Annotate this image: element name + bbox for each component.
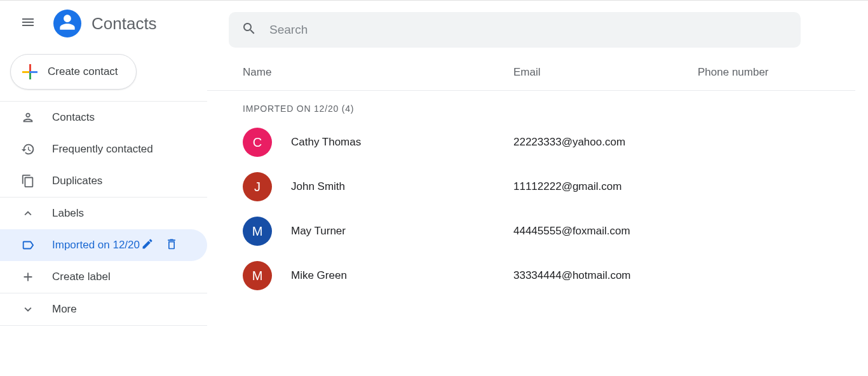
avatar: M	[243, 261, 272, 290]
nav-duplicates-label: Duplicates	[52, 175, 207, 187]
contact-email: 33334444@hotmail.com	[513, 269, 698, 282]
nav-labels-header[interactable]: Labels	[0, 198, 207, 229]
avatar: C	[243, 128, 272, 157]
plus-icon	[22, 64, 37, 79]
app-title: Contacts	[92, 14, 157, 34]
sidebar-header: Contacts	[0, 1, 207, 46]
nav-labels-header-label: Labels	[52, 207, 207, 220]
contact-name: May Turner	[291, 225, 513, 238]
contact-name: Mike Green	[291, 269, 513, 282]
nav-contacts[interactable]: Contacts	[0, 102, 207, 133]
nav-more-label: More	[52, 303, 207, 316]
nav-frequently[interactable]: Frequently contacted	[0, 133, 207, 165]
contact-row[interactable]: M Mike Green 33334444@hotmail.com	[207, 253, 855, 298]
nav-more[interactable]: More	[0, 293, 207, 325]
nav-frequently-label: Frequently contacted	[52, 143, 207, 156]
col-header-name: Name	[243, 66, 513, 79]
edit-label-button[interactable]	[141, 238, 154, 253]
create-contact-button[interactable]: Create contact	[10, 54, 137, 90]
label-icon	[20, 238, 36, 253]
avatar: J	[243, 172, 272, 201]
nav-label-imported[interactable]: Imported on 12/20	[0, 229, 207, 261]
contact-email: 11112222@gmail.com	[513, 180, 698, 193]
nav-create-label-label: Create label	[52, 271, 207, 283]
main-menu-button[interactable]	[13, 8, 43, 39]
create-button-container: Create contact	[0, 46, 207, 101]
duplicates-icon	[20, 173, 36, 189]
nav-duplicates[interactable]: Duplicates	[0, 165, 207, 197]
app-logo	[53, 10, 81, 37]
person-icon	[58, 13, 76, 34]
pencil-icon	[141, 238, 154, 250]
nav-create-label[interactable]: Create label	[0, 261, 207, 293]
nav-contacts-label: Contacts	[52, 111, 207, 124]
col-header-phone: Phone number	[698, 66, 769, 79]
contact-email: 44445555@foxmail.com	[513, 225, 698, 238]
contact-row[interactable]: J John Smith 11112222@gmail.com	[207, 164, 855, 209]
search-icon	[241, 21, 257, 39]
section-header: IMPORTED ON 12/20 (4)	[207, 91, 855, 120]
delete-label-button[interactable]	[165, 238, 178, 253]
col-header-email: Email	[513, 66, 698, 79]
search-input[interactable]	[269, 23, 801, 37]
plus-outline-icon	[20, 269, 36, 285]
nav-label-imported-label: Imported on 12/20	[52, 239, 141, 252]
person-outline-icon	[20, 110, 36, 125]
contact-email: 22223333@yahoo.com	[513, 136, 698, 149]
avatar: M	[243, 217, 272, 246]
history-icon	[20, 142, 36, 157]
main-content: Name Email Phone number IMPORTED ON 12/2…	[207, 1, 868, 376]
divider	[0, 325, 207, 326]
contact-row[interactable]: M May Turner 44445555@foxmail.com	[207, 209, 855, 253]
chevron-up-icon	[20, 206, 36, 221]
chevron-down-icon	[20, 302, 36, 317]
contact-name: Cathy Thomas	[291, 136, 513, 149]
hamburger-icon	[20, 15, 36, 32]
contact-name: John Smith	[291, 180, 513, 193]
label-actions	[141, 238, 192, 253]
column-headers: Name Email Phone number	[207, 54, 855, 91]
contact-row[interactable]: C Cathy Thomas 22223333@yahoo.com	[207, 120, 855, 164]
create-contact-label: Create contact	[48, 65, 118, 78]
search-container	[207, 1, 855, 48]
sidebar: Contacts Create contact Contacts Frequen…	[0, 1, 207, 376]
trash-icon	[165, 238, 178, 250]
search-bar[interactable]	[229, 12, 801, 48]
